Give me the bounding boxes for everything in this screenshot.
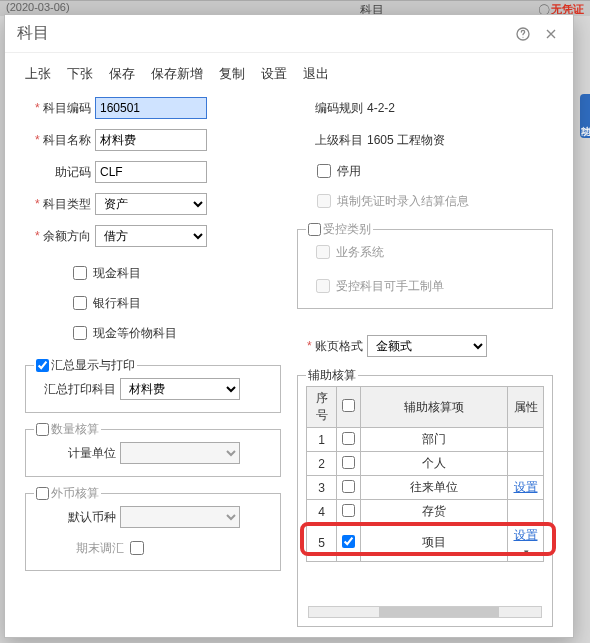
fx-group: 外币核算 默认币种 期末调汇 (25, 493, 281, 571)
cell-seq: 2 (307, 452, 337, 476)
col-seq: 序号 (307, 387, 337, 428)
bank-checkbox[interactable] (73, 296, 87, 310)
col-item: 辅助核算项 (361, 387, 508, 428)
cell-check (337, 428, 361, 452)
close-icon[interactable] (541, 24, 561, 44)
dialog-body: 科目编码 科目名称 助记码 科目类型 资产 余额方向 借方 现金科目 (5, 91, 573, 637)
periodend-checkbox[interactable] (130, 541, 144, 555)
sumacct-select[interactable]: 材料费 (120, 378, 240, 400)
side-tab[interactable]: 功能 (580, 94, 590, 138)
table-row[interactable]: 2个人 (307, 452, 544, 476)
settle-label: 填制凭证时录入结算信息 (337, 193, 469, 210)
code-label: 科目编码 (25, 100, 91, 117)
cell-check (337, 452, 361, 476)
ctrl-group-checkbox[interactable] (308, 223, 321, 236)
dialog-title: 科目 (17, 23, 505, 44)
col-check (337, 387, 361, 428)
copy-button[interactable]: 复制 (219, 65, 245, 83)
exit-button[interactable]: 退出 (303, 65, 329, 83)
prev-button[interactable]: 上张 (25, 65, 51, 83)
cell-item: 存货 (361, 500, 508, 524)
bizsys-label: 业务系统 (336, 244, 384, 261)
name-input[interactable] (95, 129, 207, 151)
parent-label: 上级科目 (297, 132, 363, 149)
row-checkbox[interactable] (342, 456, 355, 469)
cell-attr: 设置 (508, 476, 544, 500)
cash-checkbox[interactable] (73, 266, 87, 280)
next-button[interactable]: 下张 (67, 65, 93, 83)
cell-seq: 1 (307, 428, 337, 452)
save-button[interactable]: 保存 (109, 65, 135, 83)
sumacct-label: 汇总打印科目 (36, 381, 116, 398)
right-column: 编码规则 4-2-2 上级科目 1605 工程物资 停用 填制凭证时录入结算信息… (297, 95, 553, 627)
aux-group: 辅助核算 序号 辅助核算项 属性 1部门2个人3往来单位设置4存货5项目设置▾ (297, 375, 553, 627)
chevron-down-icon[interactable]: ▾ (524, 547, 529, 557)
aux-group-title: 辅助核算 (306, 367, 358, 384)
help-icon[interactable] (513, 24, 533, 44)
parent-value: 1605 工程物资 (367, 132, 445, 149)
left-column: 科目编码 科目名称 助记码 科目类型 资产 余额方向 借方 现金科目 (25, 95, 281, 627)
row-settings-link[interactable]: 设置 (514, 528, 538, 542)
manual-label: 受控科目可手工制单 (336, 278, 444, 295)
name-label: 科目名称 (25, 132, 91, 149)
mnem-label: 助记码 (25, 164, 91, 181)
ctrl-group: 受控类别 业务系统 受控科目可手工制单 (297, 229, 553, 309)
summary-group: 汇总显示与打印 汇总打印科目 材料费 (25, 365, 281, 413)
unit-select[interactable] (120, 442, 240, 464)
qty-group-checkbox[interactable] (36, 423, 49, 436)
curr-select[interactable] (120, 506, 240, 528)
row-checkbox[interactable] (342, 535, 355, 548)
cell-item: 往来单位 (361, 476, 508, 500)
row-settings-link[interactable]: 设置 (514, 480, 538, 494)
cell-seq: 3 (307, 476, 337, 500)
bizsys-checkbox (316, 245, 330, 259)
type-label: 科目类型 (25, 196, 91, 213)
cash-label: 现金科目 (93, 265, 141, 282)
casheq-label: 现金等价物科目 (93, 325, 177, 342)
unit-label: 计量单位 (36, 445, 116, 462)
ctrl-group-title: 受控类别 (323, 221, 371, 238)
cell-seq: 5 (307, 524, 337, 562)
summary-group-title: 汇总显示与打印 (51, 357, 135, 374)
settle-checkbox (317, 194, 331, 208)
settings-button[interactable]: 设置 (261, 65, 287, 83)
dir-select[interactable]: 借方 (95, 225, 207, 247)
toolbar: 上张 下张 保存 保存新增 复制 设置 退出 (5, 53, 573, 91)
bank-label: 银行科目 (93, 295, 141, 312)
type-select[interactable]: 资产 (95, 193, 207, 215)
fmt-label: 账页格式 (297, 338, 363, 355)
row-checkbox[interactable] (342, 432, 355, 445)
casheq-checkbox[interactable] (73, 326, 87, 340)
periodend-label: 期末调汇 (76, 540, 124, 557)
table-row[interactable]: 3往来单位设置 (307, 476, 544, 500)
cell-item: 部门 (361, 428, 508, 452)
curr-label: 默认币种 (36, 509, 116, 526)
col-check-all[interactable] (342, 399, 355, 412)
table-row[interactable]: 1部门 (307, 428, 544, 452)
fx-group-title: 外币核算 (51, 485, 99, 502)
save-new-button[interactable]: 保存新增 (151, 65, 203, 83)
row-checkbox[interactable] (342, 480, 355, 493)
svg-point-1 (522, 36, 523, 37)
cell-check (337, 524, 361, 562)
fx-group-checkbox[interactable] (36, 487, 49, 500)
summary-group-checkbox[interactable] (36, 359, 49, 372)
cell-attr (508, 452, 544, 476)
table-row[interactable]: 4存货 (307, 500, 544, 524)
disable-label: 停用 (337, 163, 361, 180)
mnem-input[interactable] (95, 161, 207, 183)
rule-label: 编码规则 (297, 100, 363, 117)
disable-checkbox[interactable] (317, 164, 331, 178)
manual-checkbox (316, 279, 330, 293)
cell-check (337, 500, 361, 524)
qty-group-title: 数量核算 (51, 421, 99, 438)
qty-group: 数量核算 计量单位 (25, 429, 281, 477)
fmt-select[interactable]: 金额式 (367, 335, 487, 357)
cell-item: 个人 (361, 452, 508, 476)
aux-hscroll[interactable] (308, 606, 542, 618)
cell-seq: 4 (307, 500, 337, 524)
code-input[interactable] (95, 97, 207, 119)
table-row[interactable]: 5项目设置▾ (307, 524, 544, 562)
row-checkbox[interactable] (342, 504, 355, 517)
cell-attr (508, 428, 544, 452)
